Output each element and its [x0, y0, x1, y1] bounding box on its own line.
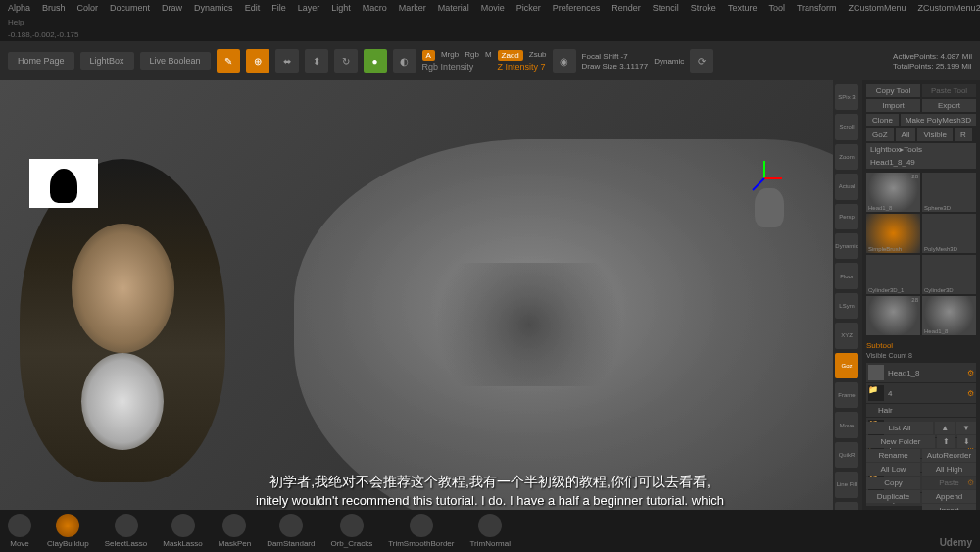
new-folder-button[interactable]: New Folder [866, 435, 935, 448]
export-button[interactable]: Export [922, 99, 976, 112]
persp-tool[interactable]: Persp [835, 204, 858, 229]
move-down-icon[interactable]: ⬇ [957, 435, 976, 448]
menu-item[interactable]: Transform [797, 3, 837, 13]
menu-item[interactable]: Brush [42, 3, 66, 13]
tool-thumb[interactable]: Sphere3D [922, 173, 976, 212]
duplicate-button[interactable]: Duplicate [866, 490, 920, 503]
subtool-item[interactable]: 📁4⚙ [866, 383, 976, 403]
move-tool[interactable]: Move [835, 412, 858, 437]
brush-item[interactable]: DamStandard [267, 514, 315, 548]
gear-icon[interactable]: ⚙ [967, 369, 974, 377]
menu-item[interactable]: Preferences [553, 3, 601, 13]
zoom-tool[interactable]: Zoom [835, 144, 858, 170]
subtool-header[interactable]: Subtool [866, 339, 976, 352]
tool-thumb[interactable]: Head1_8 [922, 296, 976, 335]
lightbox-button[interactable]: LightBox [80, 52, 134, 70]
menu-item[interactable]: Macro [363, 3, 387, 13]
menu-item[interactable]: Edit [245, 3, 261, 13]
floor-tool[interactable]: Floor [835, 263, 858, 288]
gear-icon[interactable]: ⚙ [967, 389, 974, 398]
make-polymesh-button[interactable]: Make PolyMesh3D [901, 114, 976, 126]
paste-button[interactable]: Paste [922, 477, 976, 489]
subtool-item[interactable]: Head1_8⚙ [866, 363, 976, 382]
tool-thumb[interactable]: Cylinder3D_1 [866, 255, 920, 294]
menu-item[interactable]: Document [110, 3, 150, 13]
xyz-tool[interactable]: XYZ [835, 323, 858, 348]
autoreorder-button[interactable]: AutoReorder [922, 449, 976, 462]
brush-item[interactable]: MaskPen [219, 514, 251, 548]
zadd-toggle[interactable]: Zadd [498, 50, 523, 61]
goz-tool[interactable]: Goz [835, 353, 858, 378]
liveboolean-button[interactable]: Live Boolean [140, 52, 211, 70]
quikr-tool[interactable]: QuikR [835, 442, 858, 468]
menu-item[interactable]: Picker [516, 3, 541, 13]
menu-item[interactable]: Material [438, 3, 469, 13]
dynamic-tool[interactable]: Dynamic [835, 233, 858, 259]
actual-tool[interactable]: Actual [835, 174, 858, 199]
sculptris-button[interactable]: ◐ [393, 49, 416, 73]
r-button[interactable]: R [955, 128, 972, 141]
paste-tool-button[interactable]: Paste Tool [922, 84, 976, 97]
menu-item[interactable]: Stencil [653, 3, 679, 13]
up-icon[interactable]: ▲ [935, 422, 955, 434]
menu-item[interactable]: Layer [298, 3, 320, 13]
focal-shift-slider[interactable]: Focal Shift -7 [582, 52, 649, 61]
a-toggle[interactable]: A [422, 50, 435, 61]
tool-thumb[interactable]: Head1_828 [866, 173, 920, 212]
focal-icon[interactable]: ◉ [553, 49, 576, 73]
frame-tool[interactable]: Frame [835, 382, 858, 408]
goz-button[interactable]: GoZ [866, 128, 894, 141]
menu-item[interactable]: Dynamics [194, 3, 233, 13]
lightbox-tools[interactable]: Lightbox▸Tools [866, 143, 976, 156]
nav-head-icon[interactable] [755, 188, 784, 227]
menu-item[interactable]: ZCustomMenu2 [918, 3, 980, 13]
menu-item[interactable]: Light [331, 3, 351, 13]
z-intensity-slider[interactable]: Z Intensity 7 [498, 62, 547, 72]
rename-button[interactable]: Rename [866, 449, 920, 462]
menu-item[interactable]: Render [612, 3, 641, 13]
mrgb-toggle[interactable]: Mrgb [441, 50, 459, 61]
menu-item[interactable]: Alpha [8, 3, 30, 13]
dynamic-icon[interactable]: ⟳ [690, 49, 713, 73]
linefill-tool[interactable]: Line Fill [835, 472, 858, 497]
tool-thumb[interactable]: 28 [866, 296, 920, 335]
move-button[interactable]: ⬌ [275, 49, 299, 73]
dynamic-label[interactable]: Dynamic [654, 57, 684, 66]
brush-item[interactable]: SelectLasso [105, 514, 148, 548]
subtool-item[interactable]: Hair [866, 404, 976, 417]
brush-item[interactable]: TrimSmoothBorder [388, 514, 454, 548]
zsub-toggle[interactable]: Zsub [529, 50, 547, 61]
menu-item[interactable]: Draw [162, 3, 182, 13]
copy-tool-button[interactable]: Copy Tool [866, 84, 920, 97]
m-toggle[interactable]: M [485, 50, 492, 61]
menu-item[interactable]: Marker [399, 3, 426, 13]
scroll-tool[interactable]: Scroll [835, 114, 858, 139]
copy-button[interactable]: Copy [866, 477, 920, 489]
menu-item[interactable]: Tool [768, 3, 785, 13]
tool-thumb[interactable]: Cylinder3D [922, 255, 976, 294]
menu-item[interactable]: Color [77, 3, 99, 13]
tool-thumb[interactable]: PolyMesh3D [922, 214, 976, 253]
draw-button[interactable]: ⊕ [246, 49, 270, 73]
all-low-button[interactable]: All Low [866, 463, 920, 476]
all-high-button[interactable]: All High [922, 463, 976, 476]
brush-item[interactable]: MaskLasso [163, 514, 202, 548]
tool-thumb[interactable]: SimpleBrush [866, 214, 920, 253]
brush-item[interactable]: Orb_Cracks [330, 514, 372, 548]
reference-thumbnail[interactable] [29, 159, 98, 208]
help-menu[interactable]: Help [8, 18, 24, 26]
lsym-tool[interactable]: LSym [835, 293, 858, 319]
gizmo-button[interactable]: ● [364, 49, 387, 73]
menu-item[interactable]: ZCustomMenu [849, 3, 906, 13]
3d-viewport[interactable] [0, 80, 833, 531]
rotate-button[interactable]: ↻ [334, 49, 358, 73]
spix-tool[interactable]: SPix 3 [835, 84, 858, 110]
menu-item[interactable]: Stroke [691, 3, 716, 13]
edit-button[interactable]: ✎ [217, 49, 240, 73]
brush-item[interactable]: TrimNormal [469, 514, 510, 548]
home-button[interactable]: Home Page [8, 52, 74, 70]
append-button[interactable]: Append [922, 490, 976, 503]
list-all-button[interactable]: List All [866, 422, 933, 434]
down-icon[interactable]: ▼ [956, 422, 976, 434]
visible-button[interactable]: Visible [917, 128, 952, 141]
